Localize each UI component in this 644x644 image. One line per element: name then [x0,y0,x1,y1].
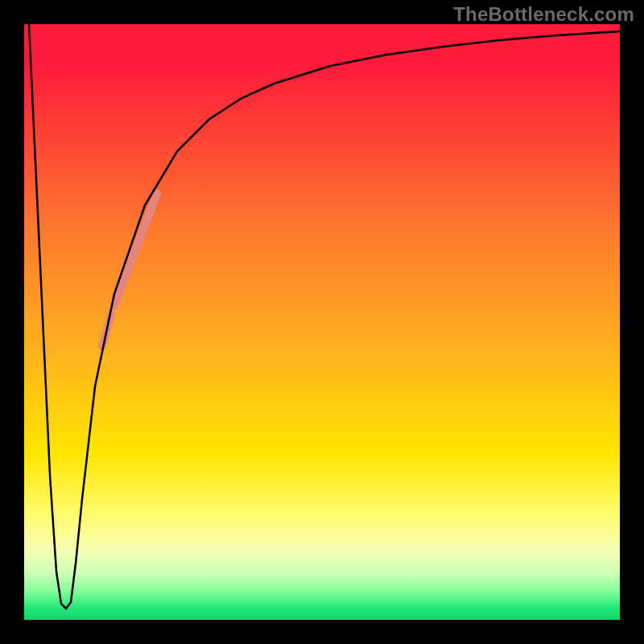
curve-svg [24,24,620,620]
chart-frame: TheBottleneck.com [0,0,644,644]
plot-area [24,24,620,620]
watermark-text: TheBottleneck.com [453,3,634,26]
highlight-segment-upper [114,193,157,306]
bottleneck-curve [29,24,620,609]
